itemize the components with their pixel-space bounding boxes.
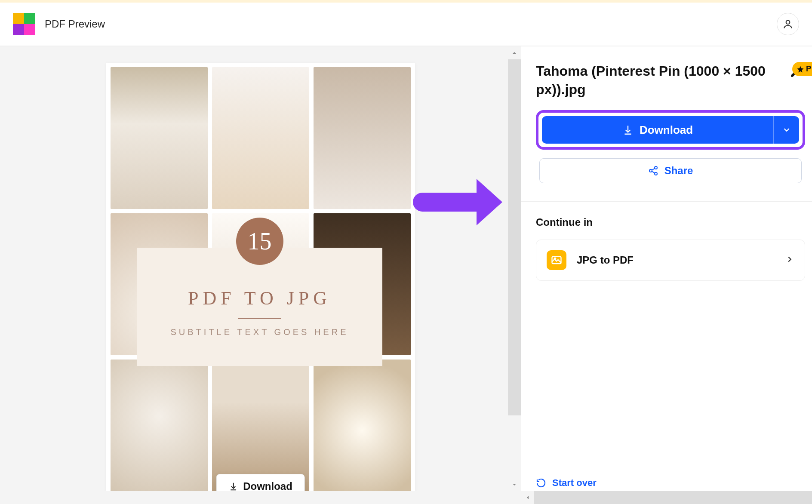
svg-point-0	[786, 20, 790, 24]
scroll-left-icon	[524, 494, 531, 501]
scroll-up-icon	[511, 49, 518, 56]
preview-subtitle: SUBTITLE TEXT GOES HERE	[171, 327, 349, 337]
preview-divider	[238, 318, 281, 319]
preview-badge-number: 15	[236, 218, 283, 265]
page-title: PDF Preview	[45, 18, 105, 30]
horizontal-scrollbar[interactable]	[0, 491, 812, 504]
collage-tile	[212, 67, 309, 209]
share-button-label: Share	[664, 165, 693, 177]
tool-card-jpg-to-pdf[interactable]: JPG to PDF	[536, 240, 805, 281]
collage-tile	[212, 360, 309, 491]
download-options-toggle[interactable]	[773, 116, 799, 144]
annotation-arrow	[413, 179, 502, 225]
preview-title: PDF TO JPG	[188, 287, 331, 309]
start-over-button[interactable]: Start over	[536, 477, 597, 489]
top-bar: PDF Preview	[0, 0, 812, 46]
preview-vertical-scrollbar[interactable]	[508, 46, 521, 491]
pro-badge[interactable]: P	[792, 62, 812, 76]
collage-tile	[111, 360, 208, 491]
preview-overlay-card: 15 PDF TO JPG SUBTITLE TEXT GOES HERE	[137, 248, 382, 366]
svg-point-5	[554, 258, 556, 260]
sidebar-divider	[521, 201, 812, 202]
preview-pane: 15 PDF TO JPG SUBTITLE TEXT GOES HERE Do…	[0, 46, 521, 491]
svg-point-2	[649, 169, 652, 172]
download-button-label: Download	[640, 123, 693, 137]
user-icon	[782, 18, 794, 30]
collage-tile	[314, 360, 411, 491]
download-highlight: Download	[536, 110, 805, 150]
start-over-label: Start over	[552, 477, 597, 489]
scroll-down-icon	[511, 481, 518, 488]
svg-point-3	[655, 172, 657, 175]
svg-point-1	[655, 166, 657, 169]
account-button[interactable]	[777, 13, 799, 35]
file-name: Tahoma (Pinterest Pin (1000 × 1500 px)).…	[536, 62, 785, 99]
share-button[interactable]: Share	[539, 158, 802, 183]
collage-tile	[111, 67, 208, 209]
share-icon	[648, 166, 658, 176]
sidebar: Tahoma (Pinterest Pin (1000 × 1500 px)).…	[521, 46, 812, 491]
download-button[interactable]: Download	[542, 116, 799, 144]
image-file-icon	[547, 250, 566, 270]
preview-download-button[interactable]: Download	[216, 474, 305, 491]
pro-badge-label: P	[806, 65, 811, 74]
download-icon	[228, 482, 238, 491]
download-icon	[622, 124, 634, 135]
tool-name: JPG to PDF	[577, 254, 634, 266]
main-area: 15 PDF TO JPG SUBTITLE TEXT GOES HERE Do…	[0, 46, 812, 491]
app-logo[interactable]	[13, 13, 35, 35]
restart-icon	[536, 478, 546, 488]
star-icon	[797, 65, 804, 73]
collage-tile	[314, 67, 411, 209]
chevron-down-icon	[782, 125, 791, 135]
preview-download-label: Download	[243, 480, 292, 491]
document-preview[interactable]: 15 PDF TO JPG SUBTITLE TEXT GOES HERE Do…	[106, 63, 415, 491]
chevron-right-icon	[785, 255, 794, 264]
continue-in-label: Continue in	[521, 216, 812, 228]
